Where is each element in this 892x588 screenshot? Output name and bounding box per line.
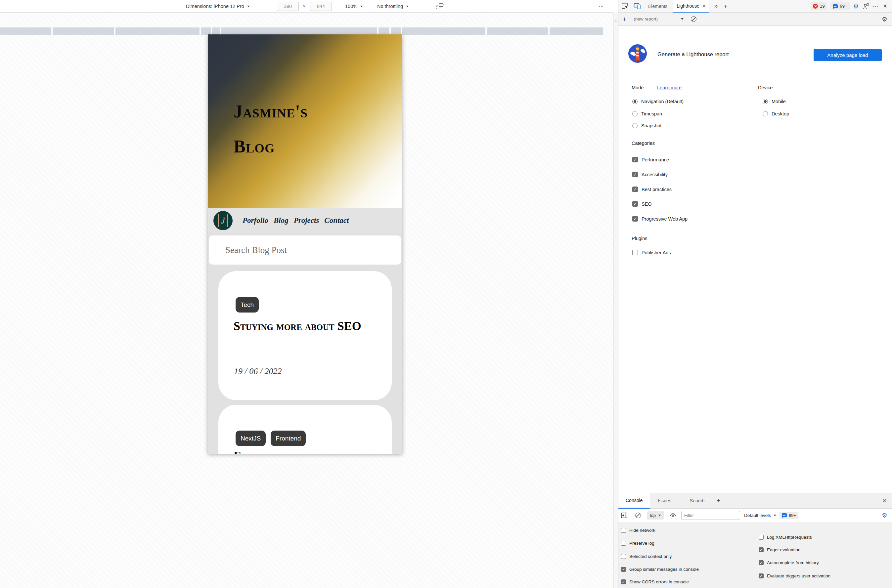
nav-link-porfolio[interactable]: Porfolio [243,216,268,225]
console-settings-gear-icon[interactable]: ⚙ [882,512,887,519]
checkbox-checked-icon[interactable] [632,157,638,162]
clear-reports-icon[interactable] [691,16,697,22]
clear-console-icon[interactable] [635,513,641,518]
blog-post-card[interactable]: NextJS Frontend Finishing the [218,405,392,454]
console-settings-pane: Hide network Preserve log Selected conte… [619,522,892,588]
log-levels-select[interactable]: Default levels [744,513,776,518]
device-toolbar-more-button[interactable]: ⋯ [599,0,604,13]
radio-icon[interactable] [632,111,638,116]
add-tab-button[interactable]: + [724,2,728,10]
category-performance[interactable]: Performance [632,157,669,162]
setting-selected-context-only[interactable]: Selected context only [621,554,672,559]
close-tab-icon[interactable]: ✕ [703,4,706,8]
page-scrollbar[interactable]: + [613,13,618,588]
more-tabs-button[interactable]: » [714,3,718,10]
checkbox-checked-icon[interactable] [621,567,626,572]
dimensions-times-label: × [303,0,305,13]
checkbox-checked-icon[interactable] [759,560,764,565]
close-drawer-button[interactable]: ✕ [882,498,887,504]
device-dimensions-select[interactable]: Dimensions: iPhone 12 Pro [186,0,250,13]
radio-icon[interactable] [632,123,638,128]
post-title[interactable]: Stuying more about SEO [234,316,377,336]
zoom-select[interactable]: 100% [345,0,363,13]
category-pwa[interactable]: Progressive Web App [632,216,688,222]
tag-chip[interactable]: NextJS [236,430,266,446]
tab-elements[interactable]: Elements [645,0,671,13]
inspect-element-button[interactable] [622,3,629,10]
setting-hide-network[interactable]: Hide network [621,528,655,533]
settings-gear-icon[interactable]: ⚙ [853,3,859,10]
toggle-device-toolbar-button[interactable] [634,3,641,9]
radio-selected-icon[interactable] [632,99,638,104]
device-option-mobile[interactable]: Mobile [763,99,786,104]
tab-console[interactable]: Console [619,493,650,508]
console-errors-badge[interactable]: 19 [811,2,827,10]
issues-badge[interactable]: 99+ [830,2,849,10]
nav-link-contact[interactable]: Contact [324,216,349,225]
placeholder-band [0,27,603,35]
device-option-desktop[interactable]: Desktop [763,111,789,116]
console-filter-input[interactable] [681,511,740,520]
new-report-button[interactable]: + [622,15,626,23]
nav-link-projects[interactable]: Projects [294,216,319,225]
report-select[interactable]: (new report) [634,16,683,21]
checkbox-icon[interactable] [621,541,626,546]
radio-icon[interactable] [763,111,768,116]
plugins-section-label: Plugins [632,236,647,241]
mode-option-timespan[interactable]: Timespan [632,111,662,116]
blog-post-card[interactable]: Tech Stuying more about SEO 19 / 06 / 20… [218,271,392,400]
console-sidebar-icon[interactable] [621,513,627,518]
tag-chip[interactable]: Frontend [271,430,306,446]
setting-preserve-log[interactable]: Preserve log [621,541,655,546]
post-title[interactable]: Finishing the [234,446,377,454]
lighthouse-settings-gear-icon[interactable]: ⚙ [882,15,887,23]
tab-issues[interactable]: Issues [652,493,676,508]
console-issues-badge[interactable]: 99+ [779,512,798,519]
category-accessibility[interactable]: Accessibility [632,172,668,177]
nav-link-blog[interactable]: Blog [273,216,288,225]
blog-search-input[interactable] [225,245,401,255]
plugin-label: Publisher Ads [641,250,671,255]
checkbox-checked-icon[interactable] [759,573,764,578]
setting-eager-evaluation[interactable]: Eager evaluation [759,548,800,552]
tag-chip[interactable]: Tech [236,297,259,312]
tab-lighthouse[interactable]: Lighthouse ✕ [673,0,709,13]
viewport-width-input[interactable] [277,2,299,11]
setting-show-cors-errors[interactable]: Show CORS errors in console [621,579,689,584]
live-expression-eye-icon[interactable] [669,513,677,518]
viewport-height-input[interactable] [310,2,332,11]
checkbox-checked-icon[interactable] [632,186,638,192]
checkbox-icon[interactable] [759,535,764,540]
mode-option-snapshot[interactable]: Snapshot [632,123,661,128]
learn-more-link[interactable]: Learn more [657,85,682,90]
plugin-publisher-ads[interactable]: Publisher Ads [632,250,671,255]
throttling-select[interactable]: No throttling [377,0,408,13]
setting-group-similar[interactable]: Group similar messages in console [621,567,699,572]
checkbox-icon[interactable] [621,554,626,559]
setting-autocomplete-history[interactable]: Autocomplete from history [759,560,819,565]
category-best-practices[interactable]: Best practices [632,186,672,192]
devtools-menu-button[interactable]: ⋯ [873,2,879,10]
setting-log-xhr[interactable]: Log XMLHttpRequests [759,535,812,540]
checkbox-icon[interactable] [621,528,626,533]
tab-search[interactable]: Search [685,493,710,508]
checkbox-checked-icon[interactable] [632,172,638,177]
add-drawer-tab-button[interactable]: + [716,497,720,505]
checkbox-checked-icon[interactable] [632,201,638,207]
mode-option-navigation[interactable]: Navigation (Default) [632,99,683,104]
checkbox-icon[interactable] [632,250,638,255]
blog-logo[interactable]: J [213,211,233,230]
category-seo[interactable]: SEO [632,201,652,207]
analyze-page-load-button[interactable]: Analyze page load [814,49,882,61]
category-label: Accessibility [641,172,668,177]
checkbox-checked-icon[interactable] [759,548,764,552]
checkbox-checked-icon[interactable] [632,216,638,222]
setting-evaluate-user-activation[interactable]: Evaluate triggers user activation [759,573,830,578]
close-devtools-button[interactable]: ✕ [883,3,887,9]
checkbox-checked-icon[interactable] [621,579,626,584]
rotate-device-button[interactable] [436,0,444,13]
radio-selected-icon[interactable] [763,99,768,104]
profile-feedback-icon[interactable] [862,3,869,9]
category-label: Best practices [641,187,672,192]
context-selector[interactable]: top [647,511,664,519]
